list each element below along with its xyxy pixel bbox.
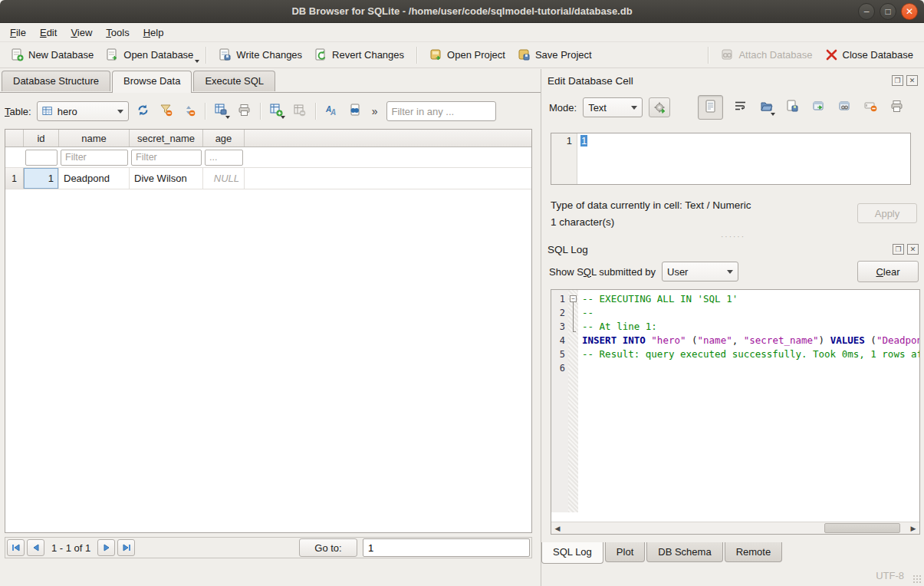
main-toolbar: New Database Open Database Write Changes…	[0, 41, 924, 68]
revert-changes-button[interactable]: Revert Changes	[308, 45, 410, 64]
dock-splitter[interactable]: ······	[541, 234, 924, 240]
tab-sql-log[interactable]: SQL Log	[541, 542, 603, 564]
menu-view[interactable]: View	[64, 25, 99, 40]
clear-sorting-button[interactable]	[180, 102, 198, 120]
insert-record-button[interactable]	[268, 102, 285, 120]
new-database-button[interactable]: New Database	[5, 45, 100, 64]
cell-name[interactable]: Deadpond	[59, 168, 130, 189]
sql-log-controls: Show SQL submitted by User Clear	[549, 261, 919, 282]
goto-button[interactable]: Go to:	[299, 538, 357, 557]
clear-filters-button[interactable]	[157, 102, 175, 120]
new-database-icon	[11, 48, 24, 61]
scrollbar-thumb[interactable]	[824, 523, 900, 533]
close-button[interactable]: ✕	[901, 3, 918, 20]
export-table-icon	[215, 104, 228, 117]
word-wrap-button[interactable]	[732, 97, 749, 117]
delete-record-button[interactable]	[291, 102, 308, 120]
save-project-button[interactable]: Save Project	[511, 45, 598, 64]
text-mode-button[interactable]	[698, 95, 723, 120]
auto-switch-mode-button[interactable]	[649, 97, 670, 117]
column-header-name[interactable]: name	[59, 130, 130, 146]
fold-collapse-icon[interactable]: −	[570, 295, 577, 302]
mode-selector[interactable]: Text	[583, 97, 643, 117]
write-changes-button[interactable]: Write Changes	[212, 45, 308, 64]
column-header-id[interactable]: id	[24, 130, 59, 146]
apply-button[interactable]: Apply	[857, 203, 917, 223]
cell-editor[interactable]: 1 1	[551, 133, 911, 185]
attach-database-button: Attach Database	[715, 45, 818, 64]
open-in-external-button[interactable]	[810, 97, 827, 117]
menu-help[interactable]: Help	[136, 25, 171, 40]
print-button[interactable]	[235, 102, 253, 120]
float-icon[interactable]: ❐	[893, 244, 904, 255]
goto-input[interactable]	[363, 538, 530, 557]
tab-execute-sql[interactable]: Execute SQL	[193, 71, 275, 91]
open-project-button[interactable]: Open Project	[423, 45, 511, 64]
sql-log-view[interactable]: 123456 − -- EXECUTING ALL IN 'SQL 1'----…	[551, 289, 920, 535]
toolbar-separator	[416, 47, 417, 64]
filter-any-column-input[interactable]	[386, 101, 496, 121]
gear-icon	[653, 101, 666, 114]
refresh-button[interactable]	[134, 102, 152, 120]
titlebar[interactable]: DB Browser for SQLite - /home/user/code/…	[0, 0, 924, 23]
close-database-button[interactable]: Close Database	[819, 45, 920, 64]
tab-database-structure[interactable]: Database Structure	[2, 71, 110, 91]
print-cell-button[interactable]	[888, 97, 906, 117]
column-header-age[interactable]: age	[203, 130, 245, 146]
tab-browse-data[interactable]: Browse Data	[112, 71, 192, 93]
filter-input-name[interactable]	[61, 150, 128, 166]
tab-db-schema[interactable]: DB Schema	[646, 542, 722, 562]
open-database-dropdown-caret[interactable]	[195, 60, 199, 63]
menu-file[interactable]: File	[3, 25, 33, 40]
resize-grip[interactable]	[912, 574, 922, 584]
filter-input-id[interactable]	[25, 150, 58, 166]
clear-filters-icon	[159, 104, 173, 117]
first-record-button[interactable]	[7, 539, 25, 556]
table-selector[interactable]: hero	[37, 101, 129, 121]
maximize-button[interactable]: □	[880, 3, 896, 20]
last-record-button[interactable]	[117, 539, 135, 556]
close-icon[interactable]: ✕	[906, 75, 918, 86]
sql-log-code[interactable]: -- EXECUTING ALL IN 'SQL 1'---- At line …	[578, 290, 919, 512]
previous-record-button[interactable]	[27, 539, 44, 556]
next-record-button[interactable]	[97, 539, 115, 556]
filter-input-secret-name[interactable]	[131, 150, 202, 166]
data-grid: id name secret_name age 1 1 Deadpond Div…	[5, 129, 532, 533]
export-to-file-button[interactable]	[784, 97, 801, 117]
menu-tools[interactable]: Tools	[99, 25, 136, 40]
scroll-left-icon[interactable]: ◀	[551, 522, 564, 534]
toolbar-overflow-chevron[interactable]: »	[369, 105, 381, 117]
export-table-button[interactable]	[212, 102, 230, 120]
cell-id[interactable]: 1	[24, 168, 59, 189]
copy-link-button[interactable]	[836, 97, 853, 117]
format-toggle-button[interactable]: AA	[323, 102, 340, 120]
close-icon[interactable]: ✕	[907, 244, 919, 255]
clear-log-button[interactable]: Clear	[857, 261, 919, 282]
column-header-secret-name[interactable]: secret_name	[130, 130, 203, 146]
minimize-button[interactable]: –	[858, 3, 875, 20]
cell-editor-content[interactable]: 1	[577, 133, 587, 184]
tab-remote[interactable]: Remote	[725, 542, 783, 562]
find-in-table-button[interactable]	[346, 102, 363, 120]
delete-record-icon	[293, 104, 306, 117]
import-from-file-button[interactable]	[758, 97, 775, 117]
cell-age[interactable]: NULL	[203, 168, 245, 189]
chevron-down-icon	[631, 106, 637, 110]
scroll-right-icon[interactable]: ▶	[907, 522, 919, 534]
row-header[interactable]: 1	[5, 168, 24, 189]
record-range-label: 1 - 1 of 1	[47, 542, 95, 554]
window-controls: – □ ✕	[858, 3, 918, 20]
save-project-icon	[518, 48, 531, 61]
submitted-by-selector[interactable]: User	[662, 262, 738, 281]
menu-edit[interactable]: Edit	[33, 25, 64, 40]
cell-secret-name[interactable]: Dive Wilson	[130, 168, 203, 189]
tab-plot[interactable]: Plot	[605, 542, 645, 562]
sql-log-hscrollbar[interactable]: ◀ ▶	[551, 522, 919, 534]
svg-text:A: A	[330, 108, 336, 117]
open-database-button[interactable]: Open Database	[100, 45, 199, 64]
float-icon[interactable]: ❐	[892, 75, 903, 86]
sql-log-dock-titlebar: SQL Log ❐ ✕	[541, 241, 924, 258]
set-null-button[interactable]	[862, 97, 880, 117]
menubar: File Edit View Tools Help	[0, 23, 924, 41]
filter-input-age[interactable]	[205, 150, 243, 166]
